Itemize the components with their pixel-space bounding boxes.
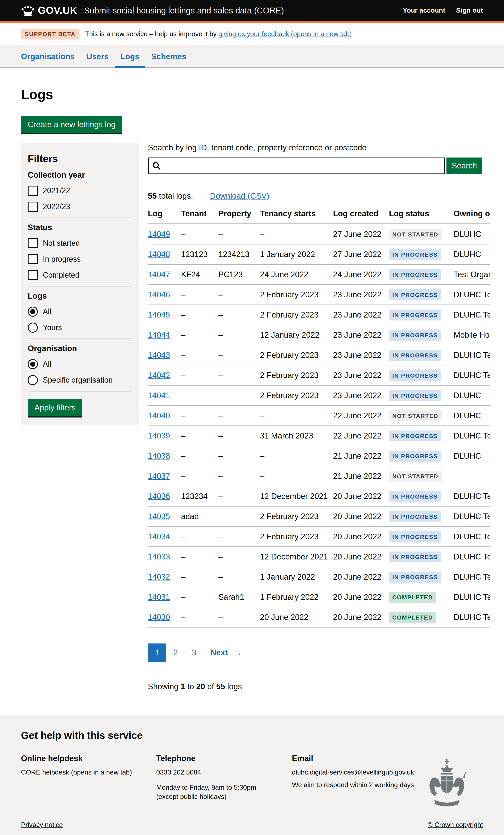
checkbox-completed[interactable] [28,270,38,280]
filter-option-2022-23: 2022/23 [28,202,132,212]
table-row: 14045––2 February 202323 June 2022IN PRO… [148,305,490,325]
log-link[interactable]: 14047 [148,270,170,279]
checkbox-in-progress[interactable] [28,254,38,264]
checkbox-2021-22[interactable] [28,186,38,196]
log-link[interactable]: 14032 [148,572,170,581]
cell-owning-organisation: DLUHC Test [453,613,490,622]
cell-log: 14034 [148,532,181,541]
cell-log: 14044 [148,330,181,340]
cell-log-status: IN PROGRESS [389,551,453,562]
log-link[interactable]: 14046 [148,290,170,299]
page-2[interactable]: 2 [166,644,185,662]
log-link[interactable]: 14044 [148,330,170,339]
col-header-tenancy-starts: Tenancy starts [260,209,333,219]
checkbox-not-started[interactable] [28,238,38,248]
log-link[interactable]: 14038 [148,451,170,460]
sign-out-link[interactable]: Sign out [456,7,483,14]
cell-log: 14048 [148,250,181,259]
log-link[interactable]: 14030 [148,613,170,622]
search-button[interactable]: Search [446,158,482,174]
log-link[interactable]: 14043 [148,350,170,359]
table-row: 14037–––21 June 2022NOT STARTED [148,466,490,486]
nav-item-logs[interactable]: Logs [115,45,145,67]
service-name[interactable]: Submit social housing lettings and sales… [84,6,284,15]
nav-item-schemes[interactable]: Schemes [145,45,192,67]
log-link[interactable]: 14035 [148,512,170,521]
log-link[interactable]: 14034 [148,532,170,541]
privacy-notice-link[interactable]: Privacy notice [21,821,63,829]
cell-owning-organisation: DLUHC [453,229,490,239]
col-header-log: Log [148,209,181,219]
crown-copyright-link[interactable]: © Crown copyright [427,821,483,829]
checkbox-2022-23[interactable] [28,202,38,212]
radio-yours[interactable] [28,323,38,333]
govuk-logotype-text: GOV.UK [38,5,78,16]
showing-post: logs [225,682,242,691]
cell-log-created: 20 June 2022 [333,492,389,501]
cell-property: – [218,572,260,582]
create-lettings-log-button[interactable]: Create a new lettings log [21,116,122,133]
search-input[interactable] [165,161,441,171]
table-row: 14034––2 February 202320 June 2022IN PRO… [148,527,490,547]
cell-log: 14042 [148,371,181,380]
status-badge: IN PROGRESS [389,370,441,381]
next-arrow-icon[interactable]: → [233,647,242,658]
radio-all[interactable] [28,307,38,317]
log-link[interactable]: 14040 [148,411,170,420]
page-1[interactable]: 1 [148,644,166,662]
cell-property: – [218,532,260,541]
log-link[interactable]: 14039 [148,431,170,440]
search-label: Search by log ID, tenant code, property … [148,143,366,152]
filter-option-yours: Yours [28,323,132,333]
log-link[interactable]: 14041 [148,391,170,400]
cell-tenant: – [181,613,218,622]
status-badge: COMPLETED [389,612,436,623]
apply-filters-button[interactable]: Apply filters [28,399,82,416]
log-link[interactable]: 14037 [148,471,170,480]
govuk-logo[interactable]: GOV.UK [21,5,78,16]
table-row: 14039––31 March 202322 June 2022IN PROGR… [148,426,490,446]
nav-item-users[interactable]: Users [81,45,115,67]
cell-tenant: – [181,310,218,320]
radio-specific-organisation[interactable] [28,375,38,385]
cell-tenancy-starts: – [260,411,333,420]
cell-property: – [218,391,260,400]
option-label: All [43,307,51,316]
log-link[interactable]: 14049 [148,229,170,238]
table-row: 14046––2 February 202323 June 2022IN PRO… [148,285,490,305]
primary-navigation: OrganisationsUsersLogsSchemes [0,45,504,68]
log-link[interactable]: 14036 [148,492,170,501]
cell-owning-organisation: DLUHC Test [453,592,490,602]
status-badge: NOT STARTED [389,471,442,482]
cell-log: 14035 [148,512,181,521]
cell-property: – [218,552,260,562]
status-badge: IN PROGRESS [389,450,441,462]
page-3[interactable]: 3 [185,644,203,662]
core-helpdesk-link[interactable]: CORE helpdesk (opens in a new tab) [21,769,132,776]
cell-log: 14047 [148,270,181,279]
radio-all[interactable] [28,359,38,369]
table-row: 14043––2 February 202323 June 2022IN PRO… [148,345,490,365]
cell-log-created: 27 June 2022 [333,250,389,259]
log-link[interactable]: 14048 [148,250,170,259]
log-link[interactable]: 14031 [148,592,170,601]
main-content: Logs Create a new lettings log Filters C… [21,86,483,699]
status-badge: IN PROGRESS [389,511,441,522]
log-link[interactable]: 14033 [148,552,170,561]
your-account-link[interactable]: Your account [403,7,445,14]
download-csv-link[interactable]: Download (CSV) [210,191,269,200]
telephone-heading: Telephone [156,754,292,763]
feedback-link[interactable]: giving us your feedback (opens in a new … [218,30,352,37]
table-row: 14042––2 February 202323 June 2022IN PRO… [148,365,490,386]
email-link[interactable]: dluhc.digital-services@levellingup.gov.u… [292,769,414,776]
cell-property: 1234213 [218,250,260,259]
cell-owning-organisation: DLUHC [453,451,490,461]
next-page-link[interactable]: Next [210,648,228,657]
log-link[interactable]: 14045 [148,310,170,319]
log-link[interactable]: 14042 [148,371,170,380]
cell-tenancy-starts: 2 February 2023 [260,391,333,400]
cell-log-created: 23 June 2022 [333,371,389,380]
col-header-log-created: Log created [333,209,389,219]
nav-item-organisations[interactable]: Organisations [15,45,81,67]
page-title: Logs [21,86,483,102]
